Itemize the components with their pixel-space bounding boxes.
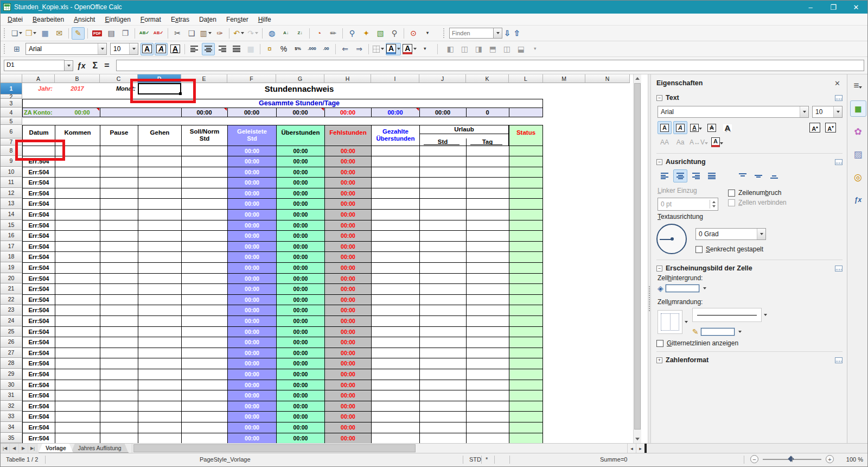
cell-J4[interactable]: 00:00	[419, 108, 466, 117]
cell-G24[interactable]: 00:00	[276, 315, 324, 326]
cell-K19[interactable]	[466, 262, 509, 273]
cell-L8[interactable]	[509, 146, 543, 156]
cell-D20[interactable]	[138, 273, 181, 284]
cell-F11[interactable]: 00:00	[227, 177, 276, 188]
line-color-dropdown[interactable]	[736, 331, 744, 333]
cell-E15[interactable]	[181, 220, 227, 231]
table-header-fehlstunden[interactable]: Fehlstunden	[324, 125, 371, 146]
cell-H33[interactable]: 00:00	[324, 411, 371, 422]
cell-I28[interactable]	[371, 358, 419, 369]
cell-C27[interactable]	[100, 348, 138, 358]
table-header-überstunden[interactable]: Überstunden	[276, 125, 324, 146]
cell-H21[interactable]: 00:00	[324, 283, 371, 294]
minimize-button[interactable]: –	[799, 1, 822, 14]
scroll-down-button[interactable]	[634, 435, 641, 443]
row-header-25[interactable]: 25	[1, 326, 22, 337]
formula-input-line[interactable]	[116, 60, 864, 71]
find-next-button[interactable]: ⇩	[504, 29, 510, 37]
cell-B35[interactable]	[55, 433, 100, 443]
cell-E35[interactable]	[181, 433, 227, 443]
cell-C23[interactable]	[100, 305, 138, 315]
cell-appearance-dialog-launcher[interactable]	[835, 266, 843, 272]
insert-chart-button[interactable]: ◔	[312, 27, 326, 40]
cell-I35[interactable]	[371, 433, 419, 443]
font-size-dropdown[interactable]	[129, 43, 138, 54]
font-size-dropdown[interactable]	[833, 106, 842, 117]
cell-F34[interactable]: 00:00	[227, 422, 276, 433]
cell-B31[interactable]	[55, 390, 100, 401]
sort-ascending-button[interactable]: A↓	[279, 27, 292, 40]
row-header-11[interactable]: 11	[1, 177, 22, 188]
name-box-dropdown[interactable]	[65, 60, 73, 71]
cell-G20[interactable]: 00:00	[276, 273, 324, 284]
row-header-20[interactable]: 20	[1, 273, 22, 284]
row-header-12[interactable]: 12	[1, 188, 22, 199]
cell-E19[interactable]	[181, 262, 227, 273]
cell-G25[interactable]: 00:00	[276, 326, 324, 337]
cell-G21[interactable]: 00:00	[276, 283, 324, 294]
cell-E16[interactable]	[181, 230, 227, 241]
menu-daten[interactable]: Daten	[194, 14, 221, 25]
tab-properties[interactable]: ◼	[850, 100, 866, 117]
row-header-18[interactable]: 18	[1, 251, 22, 262]
table-header-gezahlte-überstunden[interactable]: GezahlteÜberstunden	[371, 125, 419, 146]
sidebar-align-right-button[interactable]	[689, 169, 703, 182]
cell-F32[interactable]: 00:00	[227, 401, 276, 412]
cell-D17[interactable]	[138, 241, 181, 252]
zoom-slider[interactable]	[763, 459, 821, 460]
sidebar-align-justify-button[interactable]	[705, 169, 719, 182]
cell-D31[interactable]	[138, 390, 181, 401]
left-indent-stepper[interactable]: 0 pt	[658, 198, 718, 211]
cell-C19[interactable]	[100, 262, 138, 273]
column-header-M[interactable]: M	[543, 74, 585, 83]
cell-B22[interactable]	[55, 294, 100, 305]
cell-I34[interactable]	[371, 422, 419, 433]
cell-G26[interactable]: 00:00	[276, 337, 324, 348]
increase-font-size-button[interactable]: A	[808, 121, 822, 134]
cell-L14[interactable]	[509, 209, 543, 220]
cell-I19[interactable]	[371, 262, 419, 273]
cell-I12[interactable]	[371, 188, 419, 199]
increase-indent-button[interactable]: ⇒	[353, 43, 366, 55]
cell-K24[interactable]	[466, 315, 509, 326]
stacked-checkbox[interactable]: Senkrecht gestapelt	[695, 245, 843, 253]
cell-J21[interactable]	[419, 283, 466, 294]
cell-K21[interactable]	[466, 283, 509, 294]
zoom-out-button[interactable]: −	[750, 455, 758, 463]
cell-C26[interactable]	[100, 337, 138, 348]
column-header-L[interactable]: L	[509, 74, 543, 83]
cell-K11[interactable]	[466, 177, 509, 188]
cell-D14[interactable]	[138, 209, 181, 220]
cell-C30[interactable]	[100, 380, 138, 390]
align-top-button[interactable]	[736, 169, 750, 182]
help-button[interactable]: ⊙	[407, 27, 420, 40]
cell-G35[interactable]: 00:00	[276, 433, 324, 443]
tab-styles[interactable]: ✿	[850, 123, 866, 140]
cell-D32[interactable]	[138, 401, 181, 412]
cell-A30[interactable]: Err:504	[22, 380, 55, 390]
menu-format[interactable]: Format	[136, 14, 166, 25]
cell-L27[interactable]	[509, 348, 543, 358]
copy-button[interactable]: ❑	[185, 27, 198, 40]
cell-L30[interactable]	[509, 380, 543, 390]
cell-B4-za-konto-value[interactable]: 00:00	[65, 108, 100, 117]
cell-C12[interactable]	[100, 188, 138, 199]
cell-F33[interactable]: 00:00	[227, 411, 276, 422]
cell-A35[interactable]: Err:504	[22, 433, 55, 443]
row-header-31[interactable]: 31	[1, 390, 22, 401]
font-name-dropdown[interactable]	[98, 43, 106, 54]
cell-G33[interactable]: 00:00	[276, 411, 324, 422]
cell-D28[interactable]	[138, 358, 181, 369]
cell-E30[interactable]	[181, 380, 227, 390]
cell-F29[interactable]: 00:00	[227, 369, 276, 380]
row-header-24[interactable]: 24	[1, 315, 22, 326]
cut-button[interactable]: ✂	[171, 27, 184, 40]
border-presets-button[interactable]	[658, 310, 682, 334]
cell-B12[interactable]	[55, 188, 100, 199]
cell-H25[interactable]: 00:00	[324, 326, 371, 337]
cell-I26[interactable]	[371, 337, 419, 348]
cell-H17[interactable]: 00:00	[324, 241, 371, 252]
cell-C18[interactable]	[100, 251, 138, 262]
cell-K16[interactable]	[466, 230, 509, 241]
cell-L28[interactable]	[509, 358, 543, 369]
